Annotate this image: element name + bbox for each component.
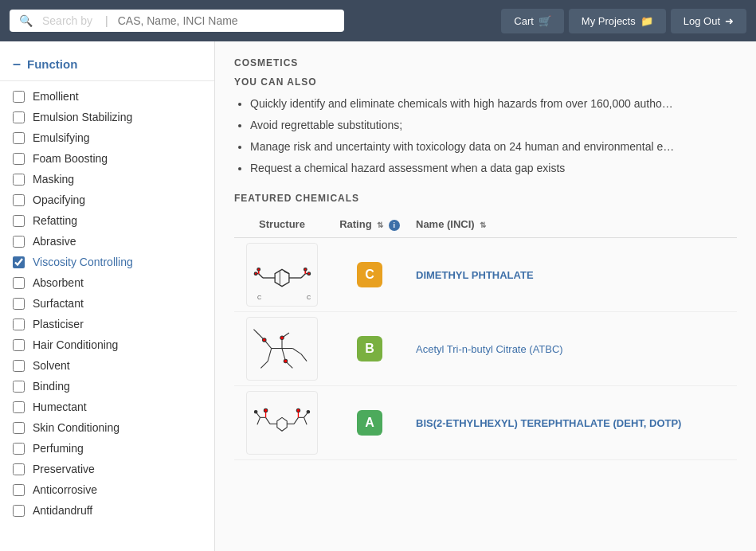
- checkbox-hair-conditioning[interactable]: [13, 339, 25, 351]
- filter-item-solvent[interactable]: Solvent: [0, 355, 214, 376]
- bullet-list: Quickly identify and eliminate chemicals…: [234, 96, 737, 177]
- checkbox-preservative[interactable]: [13, 463, 25, 475]
- filter-label-perfuming: Perfuming: [33, 442, 202, 455]
- filter-list: EmollientEmulsion StabilizingEmulsifying…: [0, 86, 214, 521]
- info-icon[interactable]: i: [389, 220, 400, 231]
- structure-image-dimethyl-phthalate: C C: [246, 243, 318, 307]
- checkbox-perfuming[interactable]: [13, 443, 25, 455]
- checkbox-surfactant[interactable]: [13, 298, 25, 310]
- logout-icon: ➜: [725, 15, 734, 27]
- col-header-rating[interactable]: Rating ⇅ i: [330, 215, 409, 237]
- log-out-button[interactable]: Log Out ➜: [671, 9, 746, 33]
- name-sort-icon: ⇅: [480, 221, 486, 229]
- collapse-icon: –: [13, 56, 21, 72]
- checkbox-masking[interactable]: [13, 174, 25, 186]
- filter-item-absorbent[interactable]: Absorbent: [0, 272, 214, 293]
- svg-point-31: [284, 359, 287, 362]
- function-filter-header[interactable]: – Function: [0, 51, 214, 81]
- name-cell-dimethyl-phthalate: DIMETHYL PHTHALATE: [409, 237, 737, 311]
- filter-item-emollient[interactable]: Emollient: [0, 86, 214, 107]
- checkbox-refatting[interactable]: [13, 215, 25, 227]
- filter-label-plasticiser: Plasticiser: [33, 318, 202, 330]
- chem-name-dimethyl-phthalate[interactable]: DIMETHYL PHTHALATE: [416, 269, 534, 281]
- checkbox-absorbent[interactable]: [13, 277, 25, 289]
- filter-label-masking: Masking: [33, 173, 202, 186]
- filter-label-abrasive: Abrasive: [33, 235, 202, 248]
- checkbox-binding[interactable]: [13, 381, 25, 393]
- checkbox-abrasive[interactable]: [13, 236, 25, 248]
- filter-item-plasticiser[interactable]: Plasticiser: [0, 314, 214, 334]
- name-cell-acetyl-tributyl-citrate: Acetyl Tri-n-butyl Citrate (ATBC): [409, 311, 737, 385]
- checkbox-emulsion-stabilizing[interactable]: [13, 111, 25, 123]
- rating-cell-dimethyl-phthalate[interactable]: C: [330, 237, 409, 311]
- svg-point-29: [263, 338, 266, 341]
- checkbox-skin-conditioning[interactable]: [13, 422, 25, 434]
- filter-item-surfactant[interactable]: Surfactant: [0, 293, 214, 314]
- filter-item-foam-boosting[interactable]: Foam Boosting: [0, 148, 214, 169]
- filter-label-humectant: Humectant: [33, 401, 202, 413]
- structure-cell-dimethyl-phthalate[interactable]: C C: [234, 237, 330, 311]
- filter-label-anticorrosive: Anticorrosive: [33, 483, 202, 496]
- filter-item-perfuming[interactable]: Perfuming: [0, 438, 214, 459]
- filter-item-humectant[interactable]: Humectant: [0, 397, 214, 417]
- filter-label-emulsion-stabilizing: Emulsion Stabilizing: [33, 111, 202, 123]
- checkbox-opacifying[interactable]: [13, 194, 25, 206]
- svg-line-27: [292, 348, 301, 354]
- chem-name-bis2ethylhexyl[interactable]: BIS(2-ETHYLHEXYL) TEREPHTHALATE (DEHT, D…: [416, 417, 681, 429]
- filter-label-preservative: Preservative: [33, 463, 202, 475]
- chem-name-acetyl-tributyl-citrate[interactable]: Acetyl Tri-n-butyl Citrate (ATBC): [416, 343, 563, 355]
- filter-item-emulsifying[interactable]: Emulsifying: [0, 127, 214, 148]
- checkbox-foam-boosting[interactable]: [13, 153, 25, 165]
- filter-label-binding: Binding: [33, 380, 202, 393]
- col-header-name[interactable]: Name (INCI) ⇅: [409, 215, 737, 237]
- filter-item-viscosity-controlling[interactable]: Viscosity Controlling: [0, 252, 214, 272]
- checkbox-solvent[interactable]: [13, 360, 25, 372]
- svg-point-47: [264, 408, 267, 412]
- structure-cell-bis2ethylhexyl[interactable]: [234, 385, 330, 459]
- sort-icon: ⇅: [377, 221, 383, 229]
- checkbox-emulsifying[interactable]: [13, 132, 25, 144]
- filter-item-opacifying[interactable]: Opacifying: [0, 190, 214, 210]
- filter-item-skin-conditioning[interactable]: Skin Conditioning: [0, 417, 214, 438]
- table-row: ABIS(2-ETHYLHEXYL) TEREPHTHALATE (DEHT, …: [234, 385, 737, 459]
- search-input[interactable]: [118, 14, 335, 27]
- filter-label-hair-conditioning: Hair Conditioning: [33, 338, 202, 351]
- filter-item-hair-conditioning[interactable]: Hair Conditioning: [0, 334, 214, 355]
- checkbox-humectant[interactable]: [13, 401, 25, 413]
- svg-line-46: [304, 417, 307, 424]
- rating-cell-acetyl-tributyl-citrate[interactable]: B: [330, 311, 409, 385]
- svg-line-34: [266, 417, 270, 424]
- bullet-item: Request a chemical hazard assessment whe…: [250, 160, 737, 177]
- checkbox-antidandruff[interactable]: [13, 505, 25, 517]
- checkbox-plasticiser[interactable]: [13, 318, 25, 330]
- filter-label-skin-conditioning: Skin Conditioning: [33, 421, 202, 434]
- filter-item-abrasive[interactable]: Abrasive: [0, 231, 214, 252]
- filter-item-binding[interactable]: Binding: [0, 376, 214, 397]
- rating-cell-bis2ethylhexyl[interactable]: A: [330, 385, 409, 459]
- function-label: Function: [27, 57, 77, 71]
- cosmetics-section: COSMETICS YOU CAN ALSO Quickly identify …: [234, 57, 737, 177]
- filter-item-antidandruff[interactable]: Antidandruff: [0, 500, 214, 521]
- filter-label-absorbent: Absorbent: [33, 276, 202, 289]
- filter-item-preservative[interactable]: Preservative: [0, 459, 214, 479]
- my-projects-button[interactable]: My Projects 📁: [569, 9, 666, 33]
- rating-badge-dimethyl-phthalate: C: [357, 262, 382, 287]
- checkbox-anticorrosive[interactable]: [13, 484, 25, 496]
- name-cell-bis2ethylhexyl: BIS(2-ETHYLHEXYL) TEREPHTHALATE (DEHT, D…: [409, 385, 737, 459]
- filter-label-antidandruff: Antidandruff: [33, 504, 202, 517]
- svg-text:C: C: [257, 294, 261, 300]
- svg-point-44: [307, 410, 310, 413]
- svg-line-24: [260, 361, 268, 368]
- structure-image-acetyl-tributyl-citrate: [246, 317, 318, 381]
- svg-line-40: [294, 417, 298, 424]
- cart-button[interactable]: Cart 🛒: [501, 9, 564, 33]
- checkbox-viscosity-controlling[interactable]: [13, 256, 25, 268]
- filter-item-anticorrosive[interactable]: Anticorrosive: [0, 479, 214, 500]
- structure-cell-acetyl-tributyl-citrate[interactable]: [234, 311, 330, 385]
- svg-line-4: [259, 273, 263, 277]
- filter-item-refatting[interactable]: Refatting: [0, 210, 214, 231]
- filter-item-masking[interactable]: Masking: [0, 169, 214, 190]
- checkbox-emollient[interactable]: [13, 91, 25, 103]
- chemicals-tbody: C C CDIMETHYL PHTHALATE: [234, 237, 737, 459]
- filter-item-emulsion-stabilizing[interactable]: Emulsion Stabilizing: [0, 107, 214, 127]
